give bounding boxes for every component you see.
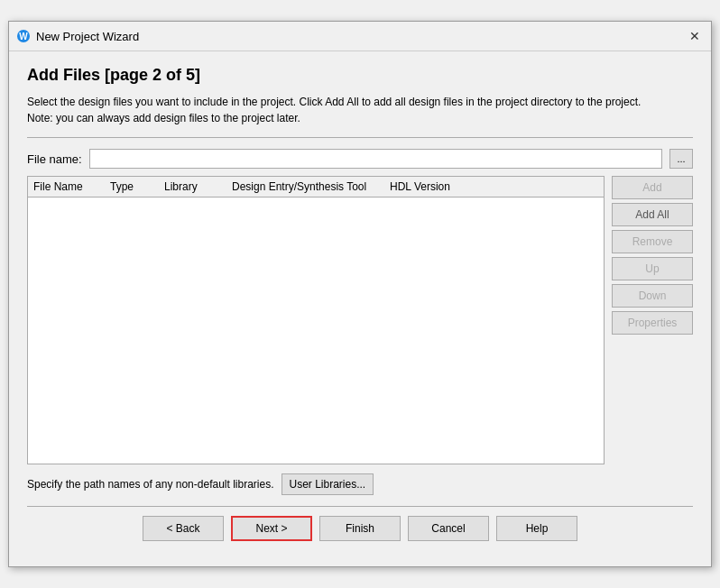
file-name-row: File name: ... xyxy=(27,149,693,169)
side-buttons: Add Add All Remove Up Down Properties xyxy=(612,176,693,464)
footer-buttons: < Back Next > Finish Cancel Help xyxy=(27,516,693,552)
add-all-button[interactable]: Add All xyxy=(612,203,693,226)
help-button[interactable]: Help xyxy=(496,516,577,541)
title-bar-left: W New Project Wizard xyxy=(16,29,139,43)
wizard-icon: W xyxy=(16,29,31,43)
main-content: Add Files [page 2 of 5] Select the desig… xyxy=(9,51,711,566)
bottom-text: Specify the path names of any non-defaul… xyxy=(27,478,274,491)
properties-button[interactable]: Properties xyxy=(612,311,693,335)
file-name-input[interactable] xyxy=(89,149,662,169)
bottom-area: Specify the path names of any non-defaul… xyxy=(27,473,693,495)
add-button[interactable]: Add xyxy=(612,176,693,199)
footer-divider xyxy=(27,506,693,507)
finish-button[interactable]: Finish xyxy=(319,516,401,541)
svg-text:W: W xyxy=(19,32,28,41)
next-button[interactable]: Next > xyxy=(231,516,312,541)
col-header-design: Design Entry/Synthesis Tool xyxy=(232,180,372,193)
col-header-hdl: HDL Version xyxy=(390,180,462,193)
wizard-window: W New Project Wizard ✕ Add Files [page 2… xyxy=(8,21,712,567)
file-name-label: File name: xyxy=(27,152,82,166)
cancel-button[interactable]: Cancel xyxy=(408,516,489,541)
description: Select the design files you want to incl… xyxy=(27,94,693,126)
down-button[interactable]: Down xyxy=(612,284,693,308)
remove-button[interactable]: Remove xyxy=(612,230,693,253)
back-button[interactable]: < Back xyxy=(143,516,224,541)
table-body[interactable] xyxy=(28,198,604,464)
file-table: File Name Type Library Design Entry/Synt… xyxy=(27,176,605,464)
col-header-filename: File Name xyxy=(33,180,92,193)
description-line1: Select the design files you want to incl… xyxy=(27,96,641,108)
description-line2: Note: you can always add design files to… xyxy=(27,112,300,124)
col-header-library: Library xyxy=(164,180,214,193)
up-button[interactable]: Up xyxy=(612,257,693,280)
page-title: Add Files [page 2 of 5] xyxy=(27,66,693,85)
browse-button[interactable]: ... xyxy=(669,149,693,169)
top-divider xyxy=(27,137,693,138)
table-header: File Name Type Library Design Entry/Synt… xyxy=(28,177,604,198)
col-header-type: Type xyxy=(110,180,146,193)
user-libraries-button[interactable]: User Libraries... xyxy=(282,473,374,495)
window-title: New Project Wizard xyxy=(36,30,139,43)
close-button[interactable]: ✕ xyxy=(686,27,704,45)
title-bar: W New Project Wizard ✕ xyxy=(9,22,711,51)
main-area: File Name Type Library Design Entry/Synt… xyxy=(27,176,693,464)
